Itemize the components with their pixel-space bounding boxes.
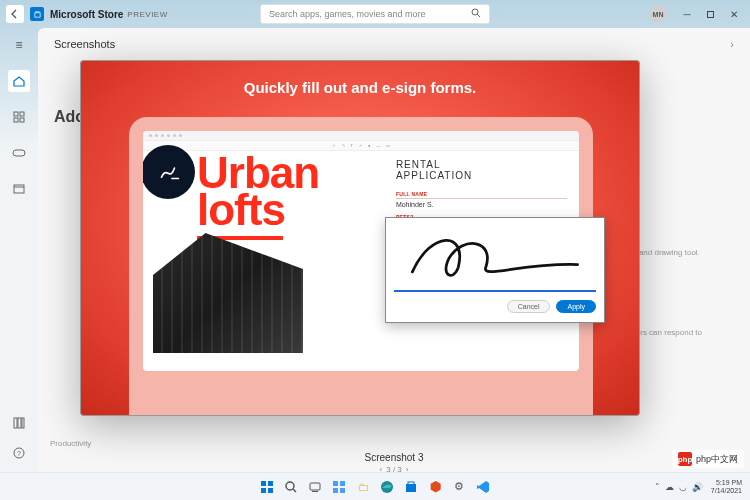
cancel-button[interactable]: Cancel (507, 300, 551, 313)
store-icon[interactable] (402, 478, 420, 496)
svg-rect-28 (408, 482, 414, 485)
section-expand-icon[interactable]: › (730, 38, 734, 50)
sidebar-apps-icon[interactable] (8, 106, 30, 128)
productivity-label: Productivity (50, 439, 91, 448)
fullname-value: Mohinder S. (396, 201, 567, 208)
user-avatar[interactable]: MN (649, 5, 667, 23)
sidebar-library-icon[interactable] (12, 416, 26, 432)
watermark-text: php中文网 (696, 453, 738, 466)
side-note: ehand drawing tool. (630, 248, 720, 257)
svg-line-19 (293, 489, 296, 492)
app-title: Microsoft Store (50, 9, 123, 20)
search-placeholder: Search apps, games, movies and more (269, 9, 426, 19)
sidebar-home-icon[interactable] (8, 70, 30, 92)
svg-rect-3 (20, 112, 24, 116)
apply-button[interactable]: Apply (556, 300, 596, 313)
settings-icon[interactable]: ⚙ (450, 478, 468, 496)
screenshot-counter: ‹ 3 / 3 › (38, 465, 750, 472)
svg-rect-22 (333, 481, 338, 486)
svg-rect-16 (261, 488, 266, 493)
svg-rect-5 (20, 118, 24, 122)
tray-onedrive-icon[interactable]: ☁ (665, 482, 674, 492)
svg-rect-23 (340, 481, 345, 486)
edge-icon[interactable] (378, 478, 396, 496)
counter-next-icon[interactable]: › (406, 465, 409, 472)
esign-badge-icon (143, 145, 195, 199)
tray-wifi-icon[interactable]: ◡ (679, 482, 687, 492)
signature-canvas[interactable] (394, 226, 596, 292)
svg-rect-24 (333, 488, 338, 493)
svg-rect-10 (18, 418, 21, 428)
svg-rect-21 (312, 491, 318, 492)
taskbar: 🗀 ⬢ ⚙ ˄ ☁ ◡ 🔊 5:19 PM 7/14/2021 (0, 472, 750, 500)
office-icon[interactable]: ⬢ (426, 478, 444, 496)
store-app-icon (30, 7, 44, 21)
screenshot-name: Screenshot 3 (38, 452, 750, 463)
svg-rect-11 (22, 418, 24, 428)
signature-popup: Cancel Apply (385, 217, 605, 323)
preview-badge: PREVIEW (127, 10, 167, 19)
svg-point-18 (286, 482, 294, 490)
sidebar-nav: ≡ ? (0, 28, 38, 472)
sidebar-help-icon[interactable]: ? (12, 446, 26, 462)
tray-volume-icon[interactable]: 🔊 (692, 482, 703, 492)
svg-rect-25 (340, 488, 345, 493)
vscode-icon[interactable] (474, 478, 492, 496)
start-button[interactable] (258, 478, 276, 496)
sidebar-movies-icon[interactable] (8, 178, 30, 200)
svg-rect-17 (268, 488, 273, 493)
sidebar-gaming-icon[interactable] (8, 142, 30, 164)
doc-title: RENTALAPPLICATION (396, 159, 567, 181)
search-icon (471, 8, 481, 20)
screenshot-viewer: Quickly fill out and e-sign forms. ☆✎T✓●… (80, 60, 640, 416)
section-title: Screenshots (54, 38, 115, 50)
sidebar-menu-icon[interactable]: ≡ (8, 34, 30, 56)
screenshot-tagline: Quickly fill out and e-sign forms. (81, 79, 639, 96)
side-note-2: wers can respond to (630, 328, 720, 337)
window-titlebar: Microsoft Store PREVIEW Search apps, gam… (0, 0, 750, 28)
taskview-icon[interactable] (306, 478, 324, 496)
svg-rect-15 (268, 481, 273, 486)
svg-rect-14 (261, 481, 266, 486)
building-image (153, 233, 303, 353)
counter-prev-icon[interactable]: ‹ (380, 465, 383, 472)
svg-point-0 (472, 9, 478, 15)
brand-logo: Urban lofts (197, 155, 319, 229)
taskbar-search-icon[interactable] (282, 478, 300, 496)
window-close-button[interactable]: ✕ (728, 9, 740, 20)
watermark-logo: php (678, 452, 692, 466)
svg-rect-4 (14, 118, 18, 122)
svg-text:?: ? (17, 450, 21, 457)
search-input[interactable]: Search apps, games, movies and more (260, 4, 490, 24)
svg-line-1 (477, 14, 480, 17)
window-maximize-button[interactable] (707, 11, 714, 18)
system-clock[interactable]: 5:19 PM 7/14/2021 (711, 479, 742, 494)
document-menubar (143, 131, 579, 141)
window-minimize-button[interactable]: ─ (681, 9, 693, 20)
widgets-icon[interactable] (330, 478, 348, 496)
back-button[interactable] (6, 5, 24, 23)
svg-rect-9 (14, 418, 17, 428)
svg-rect-2 (14, 112, 18, 116)
svg-rect-7 (14, 185, 24, 193)
svg-rect-6 (13, 150, 25, 156)
fullname-label: FULL NAME (396, 191, 567, 199)
svg-rect-20 (310, 483, 320, 490)
watermark: php php中文网 (672, 450, 744, 468)
tray-chevron-icon[interactable]: ˄ (655, 482, 660, 492)
explorer-icon[interactable]: 🗀 (354, 478, 372, 496)
